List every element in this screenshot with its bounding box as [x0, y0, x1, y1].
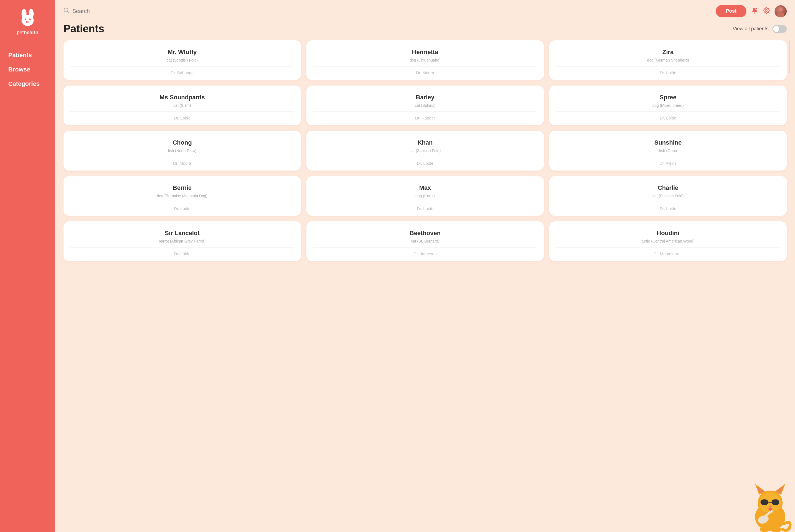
patient-card[interactable]: Zira dog (German Shepherd) Dr. Loide	[549, 40, 787, 80]
patient-doctor: Dr. Rander	[415, 116, 435, 120]
search-input[interactable]	[72, 8, 141, 14]
patient-type: turtle (Central American Wood)	[642, 239, 695, 243]
patient-type: dog (German Shepherd)	[647, 58, 689, 62]
patient-name: Mr. Wluffy	[168, 49, 197, 56]
page-title-row: Patients View all patients	[55, 20, 795, 40]
patient-type: cat (Sphinx)	[415, 103, 436, 108]
patient-card[interactable]: Sir Lancelot parrot (African Grey Parrot…	[63, 221, 301, 261]
patient-card[interactable]: Barley cat (Sphinx) Dr. Rander	[307, 86, 544, 125]
search-icon	[63, 7, 70, 15]
patient-type: cat (St. Bernard)	[411, 239, 440, 243]
patient-doctor: Dr. Loide	[660, 70, 676, 75]
patient-divider	[556, 202, 780, 202]
page-title: Patients	[63, 23, 104, 35]
patient-name: Charlie	[658, 184, 679, 191]
patient-type: fish (Gupi)	[659, 149, 677, 153]
patient-name: Zira	[663, 49, 673, 56]
svg-line-8	[68, 12, 69, 13]
patient-type: dog (Chiuahuaha)	[410, 58, 441, 62]
patient-name: Henrietta	[412, 49, 438, 56]
patient-name: Sir Lancelot	[165, 230, 200, 237]
patient-card[interactable]: Bernie dog (Bernaise Mountain Dog) Dr. L…	[63, 176, 301, 216]
patient-name: Houdini	[657, 230, 679, 237]
patient-divider	[556, 247, 780, 248]
patient-name: Barley	[416, 94, 434, 101]
sidebar: ♥ pethealth Patients Browse Categories	[0, 0, 55, 532]
view-all-row: View all patients	[733, 25, 787, 33]
patient-type: dog (Bernaise Mountain Dog)	[157, 194, 208, 198]
logo: ♥ pethealth	[17, 8, 38, 36]
svg-point-14	[779, 7, 782, 11]
patient-divider	[70, 202, 294, 202]
patient-divider	[70, 157, 294, 157]
patient-card[interactable]: Charlie cat (Scottish Fold) Dr. Loide	[549, 176, 787, 216]
patient-doctor: Dr. Loide	[660, 206, 676, 211]
patient-card[interactable]: Khan cat (Scottish Fold) Dr. Loide	[307, 131, 544, 171]
patient-card[interactable]: Beethoven cat (St. Bernard) Dr. Jameson	[307, 221, 544, 261]
patient-doctor: Dr. Monasteratti	[653, 251, 683, 256]
patient-name: Beethoven	[410, 230, 441, 237]
patient-name: Ms Soundpants	[160, 94, 205, 101]
patient-divider	[313, 157, 537, 157]
svg-point-3	[24, 18, 26, 20]
patient-name: Bernie	[173, 184, 191, 191]
patient-divider	[556, 157, 780, 157]
patient-card[interactable]: Sunshine fish (Gupi) Dr. Alexis	[549, 131, 787, 171]
sidebar-item-browse[interactable]: Browse	[5, 64, 50, 75]
patient-name: Max	[419, 184, 431, 191]
toggle-knob	[773, 26, 779, 32]
sidebar-item-categories[interactable]: Categories	[5, 78, 50, 90]
patient-type: dog (Mixed breed)	[652, 103, 684, 108]
patient-type: dog (Corgi)	[415, 194, 435, 198]
patient-doctor: Dr. Loide	[174, 116, 190, 120]
patient-type: fish (Neon Tetra)	[168, 149, 196, 153]
patient-doctor: Dr. Jameson	[413, 251, 437, 256]
patient-doctor: Dr. Loide	[417, 206, 433, 211]
patient-divider	[313, 202, 537, 202]
svg-point-9	[754, 13, 755, 14]
svg-point-11	[765, 10, 768, 11]
patients-area: Mr. Wluffy cat (Scottish Fold) Dr. Babon…	[55, 40, 795, 532]
svg-point-13	[777, 12, 784, 17]
gear-icon[interactable]	[763, 7, 770, 16]
patient-card[interactable]: Houdini turtle (Central American Wood) D…	[549, 221, 787, 261]
svg-point-4	[29, 18, 31, 20]
patient-type: cat (Scottish Fold)	[167, 58, 198, 62]
patient-doctor: Dr. Moora	[173, 161, 191, 166]
sidebar-item-patients[interactable]: Patients	[5, 50, 50, 61]
patient-divider	[70, 66, 294, 66]
patient-card[interactable]: Spree dog (Mixed breed) Dr. Loide	[549, 86, 787, 125]
svg-point-10	[755, 7, 757, 10]
patient-doctor: Dr. Moora	[416, 70, 434, 75]
main-content: Post	[55, 0, 795, 532]
view-all-toggle[interactable]	[772, 25, 787, 33]
search-bar[interactable]	[63, 7, 146, 15]
patient-divider	[70, 247, 294, 248]
patient-type: cat (Scottish Fold)	[652, 194, 684, 198]
svg-point-2	[21, 15, 34, 26]
patient-card[interactable]: Max dog (Corgi) Dr. Loide	[307, 176, 544, 216]
patient-type: parrot (African Grey Parrot)	[159, 239, 206, 243]
patient-doctor: Dr. Loide	[174, 206, 190, 211]
view-all-label: View all patients	[733, 26, 769, 32]
logo-icon: ♥	[18, 8, 37, 27]
patient-doctor: Dr. Loide	[417, 161, 433, 166]
patient-doctor: Dr. Alexis	[660, 161, 677, 166]
post-button[interactable]: Post	[716, 5, 746, 17]
avatar[interactable]	[775, 5, 787, 17]
patient-card[interactable]: Chong fish (Neon Tetra) Dr. Moora	[63, 131, 301, 171]
patient-doctor: Dr. Loide	[660, 116, 676, 120]
patient-name: Sunshine	[654, 139, 682, 146]
patient-card[interactable]: Ms Soundpants cat (Siam) Dr. Loide	[63, 86, 301, 125]
patient-name: Khan	[418, 139, 433, 146]
patient-divider	[313, 247, 537, 248]
nav-menu: Patients Browse Categories	[5, 50, 50, 90]
patient-divider	[556, 66, 780, 66]
patient-card[interactable]: Mr. Wluffy cat (Scottish Fold) Dr. Babon…	[63, 40, 301, 80]
svg-text:♥: ♥	[26, 20, 27, 23]
patient-divider	[313, 66, 537, 66]
patient-type: cat (Siam)	[173, 103, 191, 108]
patient-card[interactable]: Henrietta dog (Chiuahuaha) Dr. Moora	[307, 40, 544, 80]
patient-doctor: Dr. Babonga	[171, 70, 193, 75]
bell-icon[interactable]	[752, 7, 758, 16]
